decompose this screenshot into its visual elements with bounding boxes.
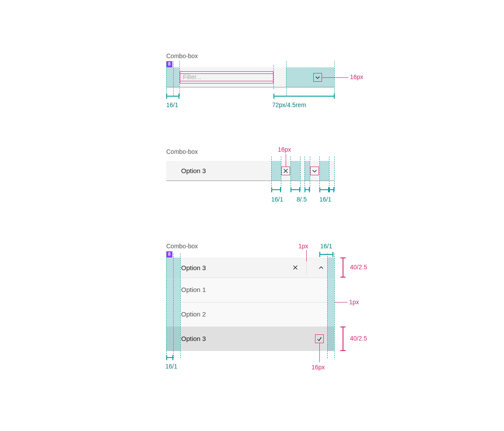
leader (286, 154, 286, 167)
bracket (329, 187, 334, 192)
leader (334, 302, 347, 302)
gap-left-label: 16/1 (271, 196, 283, 203)
close-icon[interactable] (282, 167, 289, 174)
row-divider (180, 278, 327, 278)
section1-badge: 8 (166, 61, 172, 67)
bracket (319, 187, 329, 192)
guide (329, 156, 329, 191)
pad (327, 327, 334, 351)
zone-between (290, 161, 300, 181)
bracket-trigger-1 (273, 94, 335, 99)
guide (166, 61, 167, 96)
row-height-bracket-bottom (340, 327, 346, 351)
checkmark-icon (316, 335, 323, 342)
icon-size-label-top: 16px (278, 146, 291, 153)
section3-badge: 8 (166, 251, 172, 257)
guide (173, 254, 174, 358)
leader (319, 343, 320, 362)
guide (334, 254, 335, 358)
chevron-size-label: 16px (350, 73, 363, 80)
guide (286, 61, 287, 96)
divider-1px-top-label: 1px (298, 243, 308, 250)
guide (334, 156, 335, 191)
gap-right-label: 16/1 (319, 196, 331, 203)
section2-title: Combo-box (166, 148, 198, 155)
guide (300, 156, 301, 191)
gap-mid-label: 8/.5 (297, 196, 307, 203)
check-size-label: 16px (312, 364, 325, 371)
selected-text-3: Option 3 (181, 264, 206, 271)
pad (166, 278, 173, 302)
row-height-label-top: 40/2.5 (350, 264, 367, 271)
trigger-width-label-1: 72px/4.5rem (272, 101, 306, 108)
bracket-top-right (319, 252, 333, 257)
chevron-down-icon[interactable] (314, 74, 321, 81)
selected-text-2: Option 3 (181, 167, 206, 174)
pad (327, 302, 334, 327)
bracket-bottom-left (166, 355, 173, 360)
chevron-down-icon[interactable] (311, 167, 318, 174)
guide (271, 156, 272, 191)
guide (327, 254, 328, 358)
list-divider-1px-label: 1px (349, 299, 359, 306)
option-3-label: Option 3 (181, 335, 206, 342)
guide (319, 156, 320, 191)
zone-before-x (271, 161, 281, 181)
pad (173, 278, 180, 302)
pad (173, 302, 180, 327)
guide (166, 254, 167, 358)
guide (290, 156, 291, 191)
pad (166, 327, 173, 351)
bracket (271, 187, 281, 192)
field-divider (306, 261, 307, 275)
pad-left-zone-1 (166, 67, 179, 87)
row-divider (180, 302, 327, 302)
filter-input-inner (180, 73, 273, 81)
pad (173, 327, 180, 351)
bracket (290, 187, 300, 192)
pad-left-row0 (166, 257, 173, 278)
option-2-label: Option 2 (181, 310, 206, 318)
section3-title: Combo-box (166, 243, 198, 250)
chevron-up-icon[interactable] (318, 264, 325, 271)
pad (327, 278, 334, 302)
option-1-label: Option 1 (181, 286, 206, 293)
pad-right-row0 (327, 257, 334, 278)
bracket-left-pad-1 (166, 94, 179, 99)
pad (166, 302, 173, 327)
zone-after-divider (304, 161, 310, 181)
bottom-left-16-label: 16/1 (165, 363, 177, 370)
zone-end (319, 161, 329, 181)
pad-left2-row0 (173, 257, 180, 278)
close-icon[interactable] (292, 264, 299, 271)
leader (322, 77, 348, 78)
bracket (304, 187, 310, 192)
row-height-bracket-top (340, 257, 346, 278)
guide (180, 254, 181, 358)
guide (173, 61, 174, 96)
section1-title: Combo-box (166, 52, 198, 59)
top-right-16-label: 16/1 (320, 243, 332, 250)
left-pad-label-1: 16/1 (166, 101, 178, 108)
guide (304, 156, 305, 191)
guide (334, 61, 335, 96)
row-height-label-bottom: 40/2.5 (350, 335, 367, 342)
leader (306, 250, 307, 261)
guide (273, 66, 274, 89)
